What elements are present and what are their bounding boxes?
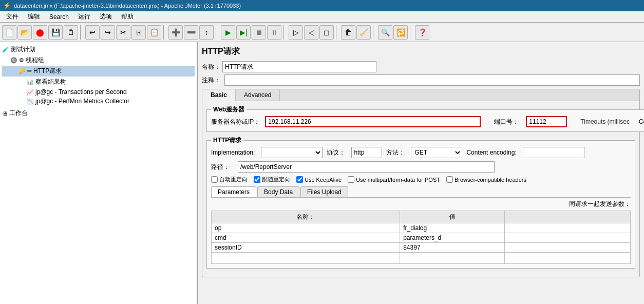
thread-group-expand-icon: 🔘 [10, 57, 17, 64]
toggle-button[interactable]: ↕ [199, 25, 214, 40]
collapse-button[interactable]: ➖ [184, 25, 198, 40]
server-row: 服务器名称或IP： 端口号： Timeouts (millisec Connec… [211, 116, 644, 127]
table-row: cmd parameters_d [212, 233, 631, 243]
auto-redirect-checkbox[interactable] [211, 176, 218, 183]
name-row: 名称： [202, 61, 640, 72]
sep5 [336, 25, 339, 40]
http-request-edit-icon: ✏ [27, 68, 32, 74]
test-plan-label: 测试计划 [11, 45, 35, 54]
tree-item-thread-group[interactable]: 🔘 ⚙ 线程组 [2, 55, 195, 66]
row1-value: fr_dialog [400, 223, 505, 233]
params-table: 名称： 值 op fr_dialog [211, 211, 631, 264]
name-input[interactable] [222, 61, 376, 72]
server-ip-input[interactable] [265, 116, 481, 127]
notes-row: 注释： [202, 74, 640, 86]
param-tab-files-upload[interactable]: Files Upload [300, 186, 348, 197]
param-tab-body-data[interactable]: Body Data [257, 186, 299, 197]
tree-item-http-request[interactable]: 🔑 ✏ HTTP请求 [2, 66, 195, 77]
remote-stop-button[interactable]: ◁ [304, 25, 318, 40]
keepalive-label: Use KeepAlive [305, 177, 342, 183]
web-server-fieldset: Web服务器 服务器名称或IP： 端口号： Timeouts (millisec… [206, 105, 644, 132]
keepalive-checkbox[interactable] [296, 176, 303, 183]
help-button[interactable]: ❓ [415, 25, 429, 40]
menu-run[interactable]: 运行 [74, 11, 94, 22]
notes-input[interactable] [224, 74, 640, 86]
paste-button[interactable]: 📋 [147, 25, 161, 40]
remote-start-button[interactable]: ▷ [289, 25, 303, 40]
menu-help[interactable]: 帮助 [117, 11, 138, 22]
expand-button[interactable]: ➕ [168, 25, 183, 40]
content-encoding-label: Content encoding: [466, 149, 516, 156]
web-server-legend: Web服务器 [211, 105, 247, 114]
param-tab-parameters[interactable]: Parameters [211, 186, 256, 197]
checkboxes-row: 自动重定向 跟随重定向 Use KeepAlive Use multi [211, 176, 631, 183]
jp-perfmon-icon: 📉 [27, 98, 34, 105]
left-panel: 🧪 测试计划 🔘 ⚙ 线程组 🔑 ✏ HTTP请求 📊 察看结果树 📈 jp@g… [0, 42, 198, 304]
row2-name: cmd [212, 233, 400, 243]
undo-button[interactable]: ↩ [85, 25, 100, 40]
tab-advanced[interactable]: Advanced [236, 89, 280, 101]
multipart-checkbox[interactable] [348, 176, 354, 183]
browser-compat-checkbox[interactable] [446, 176, 453, 183]
tree-item-jp-tps[interactable]: 📈 jp@gc - Transactions per Second [2, 87, 195, 97]
jp-perfmon-label: jp@gc - PerfMon Metrics Collector [35, 98, 129, 105]
sep7 [410, 25, 413, 40]
save-button[interactable]: 💾 [48, 25, 63, 40]
toolbar: 📄 📂 ⬤ 💾 🗒 ↩ ↪ ✂ ⎘ 📋 ➕ ➖ ↕ ▶ ▶| ⏹ ⏸ ▷ ◁ ◻… [0, 23, 644, 42]
tree-item-view-results[interactable]: 📊 察看结果树 [2, 77, 195, 87]
timeouts-label: Timeouts (millisec [580, 118, 630, 125]
implementation-select[interactable]: HttpClient4 Java [261, 147, 323, 158]
row3-extra [505, 243, 631, 253]
menu-search[interactable]: Search [45, 12, 73, 22]
port-label: 端口号： [494, 118, 519, 126]
copy-button[interactable]: ⎘ [131, 25, 146, 40]
row3-value: 84397 [400, 243, 505, 253]
name-label: 名称： [202, 63, 220, 71]
saveas-button[interactable]: 🗒 [64, 25, 78, 40]
reset-button[interactable]: 🔁 [393, 25, 408, 40]
row1-extra [505, 223, 631, 233]
workbench-icon: 🖥 [2, 110, 8, 117]
thread-group-label: 线程组 [26, 56, 44, 65]
start-button[interactable]: ▶ [221, 25, 235, 40]
stop-red-button[interactable]: ⬤ [33, 25, 47, 40]
server-ip-label: 服务器名称或IP： [211, 118, 260, 126]
protocol-input[interactable] [351, 147, 382, 158]
new-button[interactable]: 📄 [2, 25, 16, 40]
cut-button[interactable]: ✂ [116, 25, 130, 40]
tree-item-workbench[interactable]: 🖥 工作台 [2, 108, 195, 119]
multipart-item: Use multipart/form-data for POST [348, 176, 440, 183]
jp-tps-icon: 📈 [27, 89, 34, 96]
http-request-key-icon: 🔑 [18, 68, 26, 74]
title-text: datacenterr.jmx (F:\apache-jmeter-3.1\bi… [14, 3, 241, 9]
tab-basic[interactable]: Basic [202, 89, 236, 101]
method-select[interactable]: GET POST PUT DELETE [411, 147, 462, 158]
clear-all-button[interactable]: 🧹 [356, 25, 371, 40]
remote-exit-button[interactable]: ◻ [319, 25, 334, 40]
stop-button[interactable]: ⏹ [252, 25, 266, 40]
row2-value: parameters_d [400, 233, 505, 243]
row3-name: sessionID [212, 243, 400, 253]
menu-file[interactable]: 文件 [2, 11, 23, 22]
tree-item-test-plan[interactable]: 🧪 测试计划 [2, 44, 195, 55]
row2-extra [505, 233, 631, 243]
shutdown-button[interactable]: ⏸ [267, 25, 281, 40]
clear-button[interactable]: 🗑 [341, 25, 355, 40]
http-request-legend: HTTP请求 [211, 136, 243, 145]
menu-edit[interactable]: 编辑 [24, 11, 44, 22]
menu-options[interactable]: 选项 [96, 11, 116, 22]
open-button[interactable]: 📂 [17, 25, 32, 40]
search-button[interactable]: 🔍 [378, 25, 392, 40]
tree-item-jp-perfmon[interactable]: 📉 jp@gc - PerfMon Metrics Collector [2, 97, 195, 106]
path-input[interactable] [238, 161, 495, 173]
tab-content: Web服务器 服务器名称或IP： 端口号： Timeouts (millisec… [202, 101, 639, 277]
follow-redirects-checkbox[interactable] [254, 176, 260, 183]
table-row: sessionID 84397 [212, 243, 631, 253]
content-encoding-input[interactable] [523, 147, 584, 158]
redo-button[interactable]: ↪ [101, 25, 115, 40]
port-input[interactable] [526, 116, 567, 127]
http-request-fieldset: HTTP请求 Implementation: HttpClient4 Java … [206, 136, 635, 269]
start-no-pause-button[interactable]: ▶| [236, 25, 251, 40]
sep1 [80, 25, 83, 40]
browser-compat-item: Browser-compatible headers [446, 176, 526, 183]
